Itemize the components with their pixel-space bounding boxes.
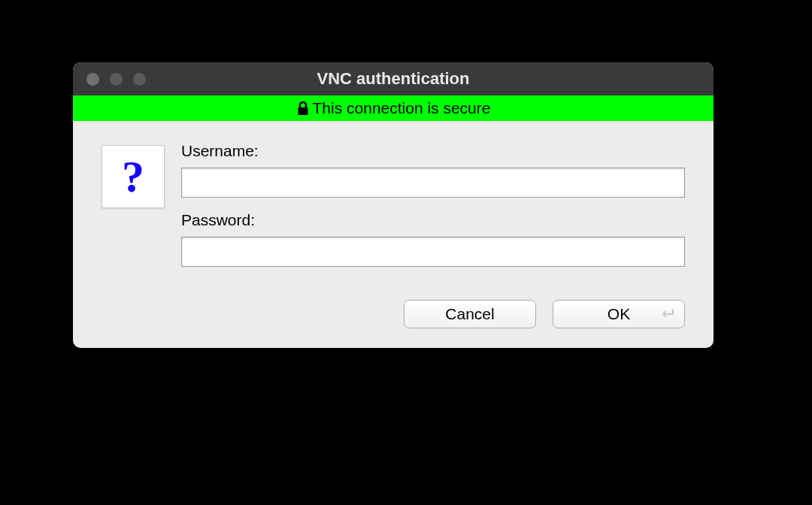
window-controls	[86, 73, 146, 86]
window-title: VNC authentication	[73, 69, 714, 89]
username-label: Username:	[181, 142, 685, 160]
svg-rect-0	[298, 107, 308, 115]
question-glyph: ?	[122, 154, 144, 199]
password-label: Password:	[181, 211, 685, 229]
cancel-button[interactable]: Cancel	[404, 300, 536, 328]
cancel-button-label: Cancel	[445, 305, 494, 323]
dialog-body: ? Username: Password: Cancel OK	[73, 121, 714, 348]
lock-icon	[296, 101, 310, 116]
return-key-icon	[659, 307, 675, 321]
maximize-window-button[interactable]	[133, 73, 146, 86]
question-icon: ?	[102, 145, 165, 208]
username-input[interactable]	[181, 168, 685, 198]
ok-button[interactable]: OK	[553, 300, 685, 328]
close-window-button[interactable]	[86, 73, 99, 86]
form-fields: Username: Password:	[181, 142, 685, 280]
minimize-window-button[interactable]	[110, 73, 123, 86]
ok-button-label: OK	[607, 305, 630, 323]
secure-connection-banner: This connection is secure	[73, 95, 714, 121]
password-input[interactable]	[181, 237, 685, 267]
titlebar[interactable]: VNC authentication	[73, 62, 714, 95]
secure-banner-text: This connection is secure	[313, 99, 491, 117]
vnc-auth-dialog: VNC authentication This connection is se…	[73, 62, 714, 348]
button-row: Cancel OK	[102, 300, 685, 328]
